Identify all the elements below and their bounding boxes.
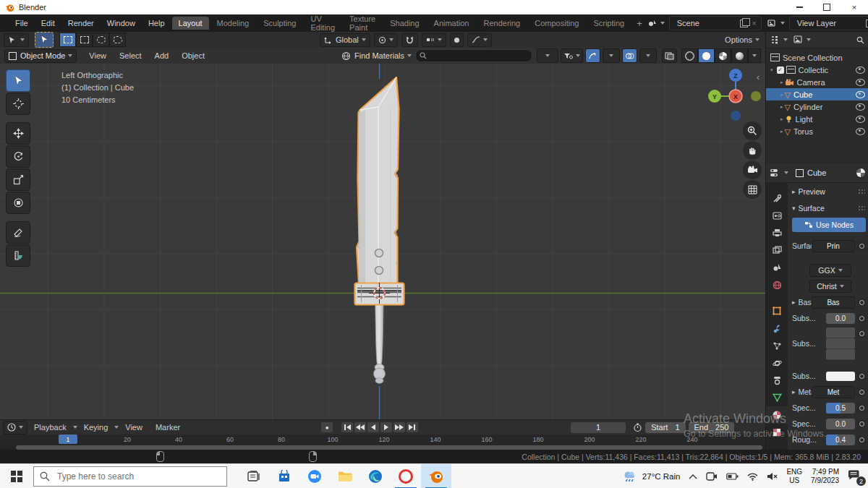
tab-particles[interactable]: [766, 337, 788, 354]
workspace-tab-modeling[interactable]: Modeling: [210, 17, 256, 30]
hide-object-eye-icon[interactable]: [856, 128, 865, 135]
hide-object-eye-icon[interactable]: [856, 79, 865, 86]
new-scene-icon[interactable]: [740, 20, 748, 27]
menu-keying[interactable]: Keying: [77, 423, 115, 432]
menu-file[interactable]: File: [9, 19, 35, 27]
shading-solid-button[interactable]: [698, 48, 715, 63]
ortho-toggle-button[interactable]: [743, 180, 762, 199]
tool-rotate[interactable]: [6, 145, 30, 168]
menu-help[interactable]: Help: [142, 19, 171, 27]
tab-tool[interactable]: [766, 189, 788, 207]
menu-window[interactable]: Window: [101, 19, 142, 27]
subsurface-color-swatch[interactable]: [826, 372, 855, 381]
collection-checkbox[interactable]: ✓: [777, 67, 784, 74]
menu-render[interactable]: Render: [61, 19, 101, 27]
tab-texture[interactable]: [766, 424, 788, 441]
task-view-button[interactable]: [239, 464, 269, 488]
timeline-ruler[interactable]: 20 40 60 80 100 120 140 160 180 200 220 …: [0, 435, 765, 445]
minimize-button[interactable]: [786, 0, 813, 14]
panel-grip-icon[interactable]: [858, 189, 865, 194]
expand-icon[interactable]: ▸: [780, 80, 783, 85]
menu-view[interactable]: View: [119, 423, 149, 432]
camera-view-button[interactable]: [743, 160, 762, 179]
hide-object-eye-icon[interactable]: [856, 91, 865, 98]
shading-dropdown[interactable]: [748, 48, 761, 63]
scene-chevron-icon[interactable]: [660, 22, 665, 25]
decorator-icon[interactable]: [857, 329, 866, 338]
distribution-dropdown[interactable]: GGX: [809, 264, 851, 277]
view-layer-chevron-icon[interactable]: [780, 22, 785, 25]
show-hidden-icons-button[interactable]: [684, 464, 702, 488]
outliner-search-icon[interactable]: [856, 36, 864, 44]
close-button[interactable]: ×: [841, 0, 868, 14]
tab-physics[interactable]: [766, 354, 788, 372]
edge-browser-button[interactable]: [360, 464, 391, 488]
jump-to-start-button[interactable]: [341, 422, 353, 432]
sword-model[interactable]: [0, 64, 765, 419]
outliner-item-torus[interactable]: ▸ ▽ Torus: [766, 125, 868, 137]
find-materials-chevron-icon[interactable]: [407, 54, 412, 57]
frame-start-field[interactable]: Start 1: [645, 422, 685, 433]
hide-collection-eye-icon[interactable]: [856, 67, 865, 74]
blender-app-button[interactable]: [421, 464, 451, 488]
workspace-tab-scripting[interactable]: Scripting: [587, 17, 631, 30]
workspace-tab-layout[interactable]: Layout: [172, 17, 209, 30]
outliner-collection[interactable]: ▾ ✓ Collectic: [766, 64, 868, 76]
workspace-tab-uv-editing[interactable]: UV Editing: [304, 12, 341, 34]
select-mode-circle[interactable]: [93, 33, 109, 47]
shading-material-button[interactable]: [715, 48, 731, 63]
breadcrumb-object[interactable]: Cube: [807, 168, 826, 177]
use-preview-range-icon[interactable]: [633, 423, 642, 432]
decorator-icon[interactable]: [857, 388, 866, 397]
show-object-types-dropdown[interactable]: [561, 48, 583, 63]
subsurface-method-dropdown[interactable]: Christ: [809, 280, 851, 293]
surface-shader-dropdown[interactable]: Prin: [812, 240, 855, 252]
battery-indicator[interactable]: [722, 464, 743, 488]
pivot-point-dropdown[interactable]: [374, 33, 398, 47]
xray-toggle[interactable]: [662, 48, 677, 63]
outliner-scene-collection[interactable]: Scene Collection: [766, 51, 868, 64]
play-reverse-button[interactable]: [367, 422, 379, 432]
menu-select[interactable]: Select: [113, 51, 148, 60]
properties-editor-dropdown[interactable]: [784, 171, 788, 174]
surface-panel-header[interactable]: ▾ Surface: [788, 202, 868, 215]
select-mode-box[interactable]: [76, 33, 93, 47]
tab-view-layer[interactable]: [766, 241, 788, 259]
tab-render[interactable]: [766, 207, 788, 224]
playhead[interactable]: 1: [59, 435, 77, 444]
mode-dropdown[interactable]: Object Mode: [4, 49, 77, 63]
workspace-tab-animation[interactable]: Animation: [427, 17, 476, 30]
outliner-item-cube[interactable]: ▸ ▽ Cube: [766, 88, 868, 100]
menu-view[interactable]: View: [82, 51, 113, 60]
active-tool-select-box[interactable]: [35, 32, 54, 48]
expand-icon[interactable]: ▸: [792, 388, 796, 395]
outliner-filter-icon[interactable]: [793, 35, 804, 44]
tab-object[interactable]: [766, 302, 788, 320]
shading-wireframe-button[interactable]: [681, 48, 698, 63]
expand-icon[interactable]: ▸: [780, 129, 783, 134]
workspace-tab-compositing[interactable]: Compositing: [528, 17, 585, 30]
tab-object-data[interactable]: [766, 389, 788, 406]
gizmos-toggle[interactable]: [585, 48, 600, 63]
file-explorer-button[interactable]: [330, 464, 360, 488]
options-dropdown[interactable]: Options: [725, 35, 760, 44]
proportional-editing-toggle[interactable]: [450, 33, 464, 47]
gizmos-dropdown[interactable]: [603, 48, 620, 63]
auto-keying-button[interactable]: ●: [321, 422, 333, 432]
tool-select-box[interactable]: [6, 69, 30, 92]
outliner-display-mode-dropdown[interactable]: [783, 38, 788, 41]
decorator-icon[interactable]: [857, 298, 866, 307]
tab-output[interactable]: [766, 224, 788, 241]
current-frame-field[interactable]: 1: [571, 422, 626, 433]
tab-scene[interactable]: [766, 259, 788, 276]
use-nodes-button[interactable]: Use Nodes: [792, 218, 866, 232]
zoom-app-button[interactable]: [299, 464, 330, 488]
start-button[interactable]: [0, 464, 33, 488]
select-mode-tweak[interactable]: [59, 33, 76, 47]
outliner-item-camera[interactable]: ▸ Camera: [766, 76, 868, 88]
microsoft-store-button[interactable]: [269, 464, 299, 488]
decorator-icon[interactable]: [857, 435, 866, 445]
workspace-tab-sculpting[interactable]: Sculpting: [257, 17, 302, 30]
tool-transform[interactable]: [6, 192, 30, 214]
subsurface-radius-vector[interactable]: [826, 328, 855, 360]
